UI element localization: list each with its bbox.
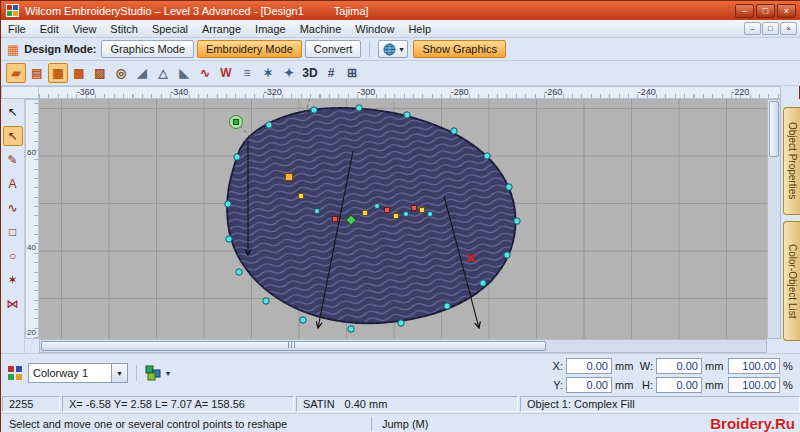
mode-button[interactable]: Convert [305,40,362,58]
mode-button[interactable]: Graphics Mode [101,40,194,58]
toolbar-separator [136,365,137,381]
satin-fill-icon[interactable]: ▤ [27,63,47,83]
reshape-tool[interactable]: ↖ [3,126,23,146]
palette-icon[interactable] [7,365,23,381]
mirror-merge-tool[interactable]: ⋈ [3,294,23,314]
stitch-type: SATIN [303,398,335,410]
menu-item[interactable]: Edit [33,21,66,37]
horizontal-scrollbar[interactable] [39,339,767,353]
application-window: Wilcom EmbroideryStudio – Level 3 Advanc… [0,0,800,432]
chevron-down-icon[interactable]: ▾ [112,363,128,383]
tatami-fill-icon[interactable]: ▦ [48,63,68,83]
input-c-tool-icon[interactable]: ◣ [174,63,194,83]
tab-color-object-list[interactable]: Color-Object List [783,221,800,341]
contour-fill-icon[interactable]: ◎ [111,63,131,83]
x-field[interactable] [566,358,612,374]
colorway-select[interactable]: Colorway 1 ▾ [28,363,128,383]
menu-item[interactable]: Machine [293,21,349,37]
overview-window-icon[interactable]: ⊞ [342,63,362,83]
colorway-toolbar: Colorway 1 ▾ ▾ X: mm W: mm % [1,353,800,395]
status-bar: 2255 X= -6.58 Y= 2.58 L= 7.07 A= 158.56 … [1,395,800,413]
show-graphics-button[interactable]: Show Graphics [413,40,506,58]
control-point [286,174,293,181]
scrollbar-grip [288,342,295,348]
design-mode-toolbar: ▦ Design Mode: Graphics ModeEmbroidery M… [1,38,800,61]
h-field[interactable] [656,377,702,393]
y-field[interactable] [566,377,612,393]
ruler-tick-label: -300 [320,87,414,98]
column-stitch-icon[interactable]: ≡ [237,63,257,83]
closed-shape-tool[interactable]: □ [3,222,23,242]
colorway-swatches-icon[interactable] [145,365,161,381]
stitch-count: 2255 [2,396,60,412]
grid-toggle-icon[interactable]: # [321,63,341,83]
title-bar[interactable]: Wilcom EmbroideryStudio – Level 3 Advanc… [1,1,800,20]
motif-run-icon[interactable]: ∿ [195,63,215,83]
lettering-tool[interactable]: A [3,174,23,194]
lettering-icon[interactable]: W [216,63,236,83]
watermark-brand: Broidery.Ru [710,415,800,432]
transform-panel: X: mm W: mm % Y: mm H: mm % [548,357,795,393]
globe-icon [383,43,396,56]
design-canvas[interactable] [39,99,767,339]
embroidery-object[interactable] [227,108,515,323]
sparkle-stitch-icon[interactable]: ✦ [279,63,299,83]
menu-item[interactable]: Stitch [103,21,145,37]
app-icon [6,4,19,17]
pen-digitize-tool[interactable]: ✎ [3,150,23,170]
y-unit: mm [615,379,635,391]
menu-item[interactable]: File [1,21,33,37]
run-stitch-tool[interactable]: ∿ [3,198,23,218]
menu-item[interactable]: Arrange [195,21,248,37]
circle-tool[interactable]: ○ [3,246,23,266]
scale-y-field[interactable] [728,377,780,393]
ruler-tick-label: 60 [27,148,36,157]
stitch-length: 0.40 mm [345,398,388,410]
select-tool[interactable]: ↖ [3,102,23,122]
mdi-close-icon[interactable]: × [780,22,797,35]
menu-item[interactable]: Help [401,21,438,37]
stitch-info: SATIN 0.40 mm [296,396,518,412]
tab-object-properties[interactable]: Object Properties [783,107,800,215]
control-point [412,206,417,211]
3d-effect-icon[interactable]: 3D [300,63,320,83]
x-label: X: [548,360,563,372]
menu-item[interactable]: View [66,21,104,37]
ruler-tick-label: -360 [39,87,133,98]
mode-button[interactable]: Embroidery Mode [197,40,302,58]
machine-format-button[interactable]: ▾ [378,40,408,58]
tool-palette: ↖↖✎A∿□○✶⋈ [1,99,25,353]
chevron-down-icon[interactable]: ▾ [166,369,170,378]
vertical-scrollbar-thumb[interactable] [769,101,779,157]
program-split-icon[interactable]: ▩ [69,63,89,83]
prompt-bar: Select and move one or several control p… [1,413,800,432]
mdi-restore-icon[interactable]: □ [762,22,779,35]
w-field[interactable] [656,358,702,374]
close-icon[interactable]: × [777,4,796,18]
scale-x-unit: % [783,360,795,372]
menu-item[interactable]: Special [145,21,195,37]
w-unit: mm [705,360,725,372]
minimize-icon[interactable]: – [735,4,754,18]
ruler-corner [1,86,39,99]
start-point-marker[interactable] [230,116,243,129]
w-label: W: [638,360,653,372]
input-a-tool-icon[interactable]: ◢ [132,63,152,83]
star-stitch-icon[interactable]: ✶ [258,63,278,83]
mdi-minimize-icon[interactable]: – [744,22,761,35]
star-tool[interactable]: ✶ [3,270,23,290]
menu-item[interactable]: Window [348,21,401,37]
complex-fill-icon[interactable]: ▰ [6,63,26,83]
maximize-icon[interactable]: □ [756,4,775,18]
scale-x-field[interactable] [728,358,780,374]
menu-items: FileEditViewStitchSpecialArrangeImageMac… [1,21,438,37]
h-label: H: [638,379,653,391]
motif-fill-icon[interactable]: ▨ [90,63,110,83]
ruler-tick-label: 20 [27,328,36,337]
menu-item[interactable]: Image [248,21,293,37]
ruler-tick-label: -340 [133,87,227,98]
y-label: Y: [548,379,563,391]
ruler-tick-label: -320 [226,87,320,98]
vertical-scrollbar[interactable] [767,99,781,339]
input-b-tool-icon[interactable]: △ [153,63,173,83]
